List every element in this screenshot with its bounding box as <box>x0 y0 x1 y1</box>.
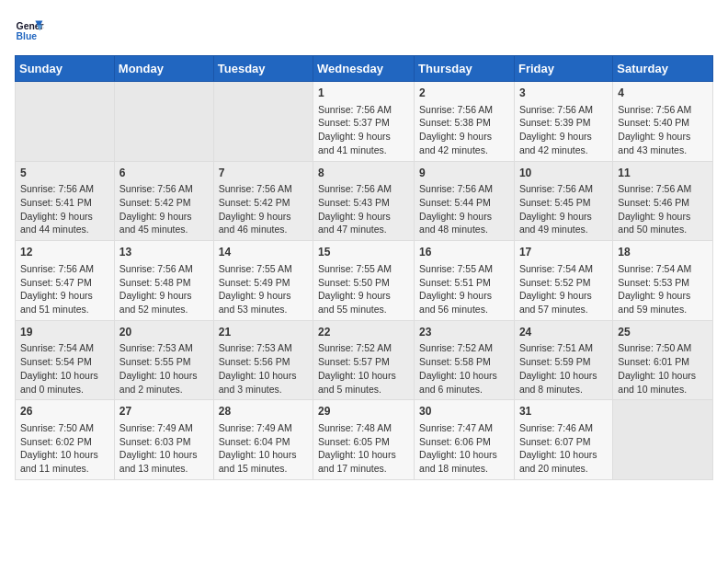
cell-content: and 56 minutes. <box>419 303 509 316</box>
calendar-cell: 5Sunrise: 7:56 AMSunset: 5:41 PMDaylight… <box>16 161 115 241</box>
cell-content: and 53 minutes. <box>219 303 308 316</box>
day-number: 19 <box>20 325 109 340</box>
cell-content: Sunrise: 7:56 AM <box>318 182 409 196</box>
cell-content: Sunset: 6:01 PM <box>618 355 708 369</box>
calendar-table: SundayMondayTuesdayWednesdayThursdayFrid… <box>15 55 713 480</box>
cell-content: Sunrise: 7:47 AM <box>419 421 509 435</box>
calendar-cell <box>16 82 115 162</box>
day-number: 2 <box>419 86 509 101</box>
cell-content: and 44 minutes. <box>20 223 109 236</box>
calendar-cell: 6Sunrise: 7:56 AMSunset: 5:42 PMDaylight… <box>114 161 213 241</box>
calendar-cell: 13Sunrise: 7:56 AMSunset: 5:48 PMDayligh… <box>114 241 213 321</box>
cell-content: Daylight: 10 hours <box>318 448 409 462</box>
cell-content: Daylight: 10 hours <box>20 369 109 383</box>
cell-content: Sunrise: 7:52 AM <box>318 341 409 355</box>
cell-content: Sunset: 5:44 PM <box>419 196 509 210</box>
calendar-cell: 14Sunrise: 7:55 AMSunset: 5:49 PMDayligh… <box>213 241 313 321</box>
cell-content: and 13 minutes. <box>119 462 209 476</box>
calendar-cell: 22Sunrise: 7:52 AMSunset: 5:57 PMDayligh… <box>313 320 415 400</box>
calendar-cell: 15Sunrise: 7:55 AMSunset: 5:50 PMDayligh… <box>313 241 415 321</box>
calendar-header-row: SundayMondayTuesdayWednesdayThursdayFrid… <box>16 56 713 82</box>
day-number: 13 <box>119 245 209 260</box>
day-number: 1 <box>318 86 409 101</box>
calendar-cell: 18Sunrise: 7:54 AMSunset: 5:53 PMDayligh… <box>613 241 713 321</box>
calendar-cell: 10Sunrise: 7:56 AMSunset: 5:45 PMDayligh… <box>514 161 612 241</box>
cell-content: Sunset: 5:51 PM <box>419 276 509 290</box>
calendar-cell: 21Sunrise: 7:53 AMSunset: 5:56 PMDayligh… <box>213 320 313 400</box>
cell-content: Sunset: 5:49 PM <box>219 276 308 290</box>
page-header: General Blue <box>15 15 713 44</box>
day-number: 25 <box>618 325 708 340</box>
cell-content: Sunset: 5:52 PM <box>519 276 608 290</box>
cell-content: and 8 minutes. <box>519 383 608 396</box>
cell-content: Daylight: 9 hours <box>219 289 308 303</box>
cell-content: Sunrise: 7:55 AM <box>318 262 409 276</box>
cell-content: Daylight: 10 hours <box>119 369 209 383</box>
cell-content: and 57 minutes. <box>519 303 608 316</box>
cell-content: Sunset: 6:07 PM <box>519 435 608 449</box>
cell-content: Sunset: 5:37 PM <box>318 116 409 130</box>
day-number: 31 <box>519 404 608 419</box>
calendar-cell: 4Sunrise: 7:56 AMSunset: 5:40 PMDaylight… <box>613 82 713 162</box>
day-header-tuesday: Tuesday <box>213 56 313 82</box>
cell-content: and 18 minutes. <box>419 462 509 476</box>
day-number: 12 <box>20 245 109 260</box>
calendar-cell: 30Sunrise: 7:47 AMSunset: 6:06 PMDayligh… <box>415 400 515 480</box>
calendar-cell: 16Sunrise: 7:55 AMSunset: 5:51 PMDayligh… <box>415 241 515 321</box>
cell-content: Sunrise: 7:49 AM <box>119 421 209 435</box>
cell-content: Daylight: 10 hours <box>318 369 409 383</box>
calendar-cell: 2Sunrise: 7:56 AMSunset: 5:38 PMDaylight… <box>415 82 515 162</box>
cell-content: Sunrise: 7:56 AM <box>20 262 109 276</box>
cell-content: Sunset: 6:06 PM <box>419 435 509 449</box>
cell-content: Daylight: 9 hours <box>219 210 308 224</box>
day-number: 30 <box>419 404 509 419</box>
cell-content: and 47 minutes. <box>318 223 409 236</box>
cell-content: Daylight: 9 hours <box>618 130 708 144</box>
cell-content: Sunrise: 7:56 AM <box>519 103 608 117</box>
calendar-cell: 23Sunrise: 7:52 AMSunset: 5:58 PMDayligh… <box>415 320 515 400</box>
calendar-week-row: 26Sunrise: 7:50 AMSunset: 6:02 PMDayligh… <box>16 400 713 480</box>
cell-content: Sunrise: 7:56 AM <box>219 182 308 196</box>
day-number: 23 <box>419 325 509 340</box>
cell-content: Sunset: 5:38 PM <box>419 116 509 130</box>
day-header-monday: Monday <box>114 56 213 82</box>
calendar-cell: 26Sunrise: 7:50 AMSunset: 6:02 PMDayligh… <box>16 400 115 480</box>
cell-content: Sunset: 5:55 PM <box>119 355 209 369</box>
cell-content: Daylight: 9 hours <box>20 289 109 303</box>
calendar-cell: 1Sunrise: 7:56 AMSunset: 5:37 PMDaylight… <box>313 82 415 162</box>
cell-content: Sunset: 6:05 PM <box>318 435 409 449</box>
cell-content: and 43 minutes. <box>618 144 708 157</box>
cell-content: and 42 minutes. <box>419 144 509 157</box>
day-header-wednesday: Wednesday <box>313 56 415 82</box>
cell-content: Daylight: 9 hours <box>519 130 608 144</box>
cell-content: and 51 minutes. <box>20 303 109 316</box>
cell-content: and 41 minutes. <box>318 144 409 157</box>
day-number: 20 <box>119 325 209 340</box>
cell-content: Sunset: 6:03 PM <box>119 435 209 449</box>
cell-content: Daylight: 9 hours <box>318 210 409 224</box>
cell-content: and 5 minutes. <box>318 383 409 396</box>
cell-content: Daylight: 9 hours <box>519 289 608 303</box>
day-number: 7 <box>219 166 308 181</box>
cell-content: Sunrise: 7:54 AM <box>618 262 708 276</box>
cell-content: Daylight: 9 hours <box>119 210 209 224</box>
calendar-cell: 20Sunrise: 7:53 AMSunset: 5:55 PMDayligh… <box>114 320 213 400</box>
cell-content: and 10 minutes. <box>618 383 708 396</box>
cell-content: Sunset: 5:57 PM <box>318 355 409 369</box>
cell-content: Sunset: 5:47 PM <box>20 276 109 290</box>
cell-content: Sunset: 5:41 PM <box>20 196 109 210</box>
cell-content: and 52 minutes. <box>119 303 209 316</box>
cell-content: Daylight: 9 hours <box>618 210 708 224</box>
calendar-cell <box>613 400 713 480</box>
cell-content: Sunset: 5:46 PM <box>618 196 708 210</box>
calendar-cell: 3Sunrise: 7:56 AMSunset: 5:39 PMDaylight… <box>514 82 612 162</box>
day-number: 5 <box>20 166 109 181</box>
cell-content: Sunrise: 7:56 AM <box>318 103 409 117</box>
cell-content: Sunrise: 7:56 AM <box>519 182 608 196</box>
cell-content: and 6 minutes. <box>419 383 509 396</box>
calendar-cell: 9Sunrise: 7:56 AMSunset: 5:44 PMDaylight… <box>415 161 515 241</box>
calendar-cell: 12Sunrise: 7:56 AMSunset: 5:47 PMDayligh… <box>16 241 115 321</box>
day-number: 14 <box>219 245 308 260</box>
calendar-cell: 11Sunrise: 7:56 AMSunset: 5:46 PMDayligh… <box>613 161 713 241</box>
day-header-thursday: Thursday <box>415 56 515 82</box>
